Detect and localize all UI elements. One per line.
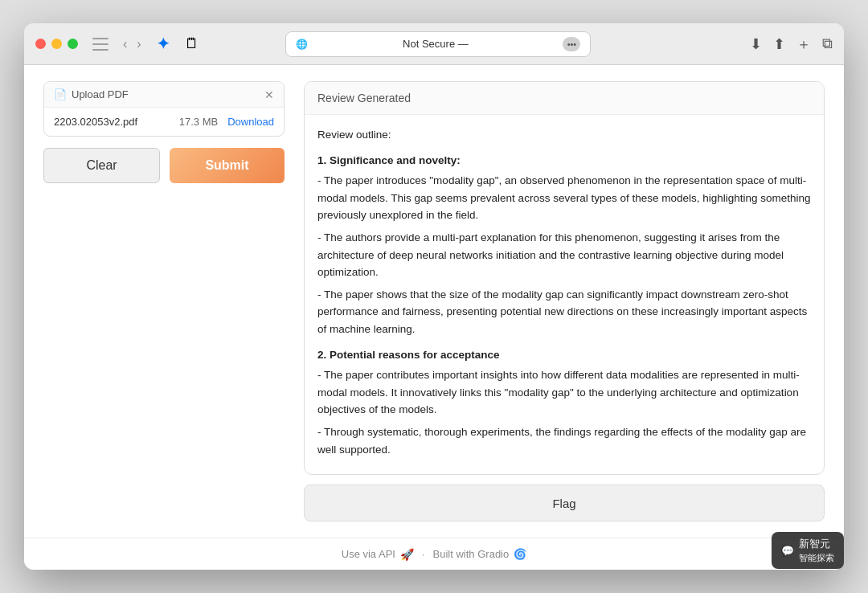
forward-arrow-icon[interactable]: › <box>133 35 144 53</box>
left-panel: 📄 Upload PDF ✕ 2203.02053v2.pdf 17.3 MB … <box>43 81 285 521</box>
minimize-traffic-light[interactable] <box>51 39 62 49</box>
file-name: 2203.02053v2.pdf <box>54 116 170 128</box>
outline-label: Review outline: <box>317 126 811 144</box>
download-browser-icon[interactable]: ⬇ <box>750 35 762 53</box>
nav-arrows: ‹ › <box>120 35 145 53</box>
content-area: 📄 Upload PDF ✕ 2203.02053v2.pdf 17.3 MB … <box>24 65 844 538</box>
submit-button[interactable]: Submit <box>170 148 285 183</box>
bullet-point: - The authors provide a multi-part expla… <box>317 229 811 281</box>
bullet-point: - The paper contributes important insigh… <box>317 366 811 419</box>
built-text: Built with Gradio <box>433 548 510 560</box>
wechat-icon: 💬 <box>781 545 794 557</box>
watermark: 💬 新智元智能探索 <box>772 532 844 569</box>
section-title: 1. Significance and novelty: <box>317 152 811 170</box>
bullet-point: - The paper introduces "modality gap", a… <box>317 172 811 224</box>
watermark-text: 新智元智能探索 <box>799 537 834 564</box>
action-buttons: Clear Submit <box>43 148 285 183</box>
file-size: 17.3 MB <box>179 116 218 128</box>
review-sections: 1. Significance and novelty:- The paper … <box>317 152 811 459</box>
bullet-point: - The paper shows that the size of the m… <box>317 286 811 338</box>
flag-button[interactable]: Flag <box>304 485 825 521</box>
close-upload-button[interactable]: ✕ <box>264 89 274 100</box>
api-text: Use via API <box>342 548 395 560</box>
review-container: Review Generated Review outline: 1. Sign… <box>304 81 825 475</box>
more-options-button[interactable]: ••• <box>563 37 580 51</box>
section-title: 2. Potential reasons for acceptance <box>317 346 811 364</box>
browser-actions: ⬇ ⬆ ＋ ⧉ <box>750 35 833 54</box>
sidebar-toggle-icon[interactable] <box>92 38 108 51</box>
upload-label-text: Upload PDF <box>72 88 129 100</box>
add-tab-icon[interactable]: ＋ <box>796 35 811 54</box>
bullet-point: - Through systematic, thorough experimen… <box>317 423 811 458</box>
footer: Use via API 🚀 · Built with Gradio 🌀 <box>24 538 844 570</box>
right-panel: Review Generated Review outline: 1. Sign… <box>304 81 825 521</box>
clear-button[interactable]: Clear <box>43 148 160 183</box>
document-icon[interactable]: 🗒 <box>182 34 203 55</box>
upload-header: 📄 Upload PDF ✕ <box>44 82 284 108</box>
maximize-traffic-light[interactable] <box>68 39 78 49</box>
upload-box: 📄 Upload PDF ✕ 2203.02053v2.pdf 17.3 MB … <box>43 81 285 137</box>
upload-label: 📄 Upload PDF <box>54 88 129 100</box>
review-header: Review Generated <box>305 82 824 115</box>
not-secure-icon: 🌐 <box>296 39 308 50</box>
gradio-icon: 🌀 <box>514 548 526 560</box>
back-arrow-icon[interactable]: ‹ <box>120 35 130 53</box>
rocket-icon: 🚀 <box>400 548 414 561</box>
review-body[interactable]: Review outline: 1. Significance and nove… <box>305 115 824 474</box>
vercel-icon: ✦ <box>153 34 174 55</box>
close-traffic-light[interactable] <box>35 39 46 49</box>
tabs-icon[interactable]: ⧉ <box>822 35 833 52</box>
separator: · <box>422 548 425 560</box>
file-info-row: 2203.02053v2.pdf 17.3 MB Download <box>44 108 284 136</box>
share-icon[interactable]: ⬆ <box>773 35 785 53</box>
download-link[interactable]: Download <box>227 116 274 128</box>
browser-window: ‹ › ✦ 🗒 🌐 Not Secure — ••• ⬇ ⬆ ＋ ⧉ <box>24 23 844 570</box>
url-text: Not Secure — <box>314 38 556 50</box>
file-icon: 📄 <box>54 88 67 100</box>
traffic-lights <box>35 39 78 49</box>
address-bar[interactable]: 🌐 Not Secure — ••• <box>285 31 591 57</box>
title-bar: ‹ › ✦ 🗒 🌐 Not Secure — ••• ⬇ ⬆ ＋ ⧉ <box>24 23 844 65</box>
